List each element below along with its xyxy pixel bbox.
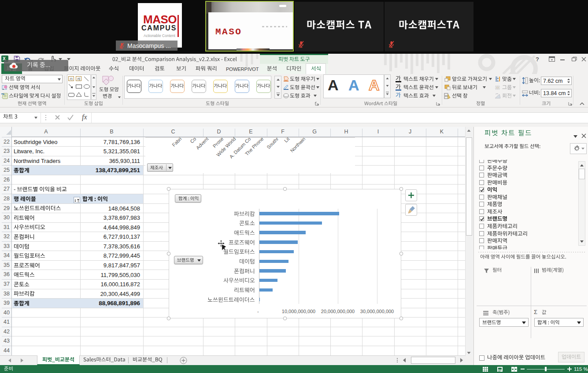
svg-text:개: 개 — [77, 77, 81, 81]
svg-text:가: 가 — [70, 77, 73, 81]
